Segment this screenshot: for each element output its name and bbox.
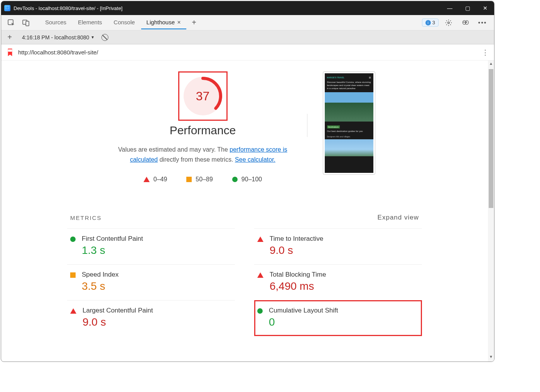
svg-point-6 [464, 22, 464, 22]
page-screenshot-thumbnail[interactable]: MARGIE'S TRAVEL≡ Discover beautiful Cors… [323, 71, 375, 175]
metric-name: Largest Contentful Paint [83, 307, 153, 314]
preview-tag: Destinations [327, 125, 340, 128]
issues-count: 3 [432, 20, 435, 25]
metric-value: 3.5 s [82, 280, 118, 292]
legend-fail-label: 0–49 [154, 176, 167, 183]
dropdown-caret-icon: ▼ [91, 35, 94, 39]
scroll-down-icon[interactable]: ▼ [488, 355, 494, 361]
more-options-icon[interactable]: ••• [476, 17, 489, 29]
svg-rect-2 [26, 21, 29, 26]
vertical-scrollbar[interactable]: ▲ ▼ [488, 61, 494, 362]
feedback-icon[interactable] [459, 17, 472, 29]
legend-avg-label: 50–89 [196, 176, 213, 183]
metric-largest-contentful-paint[interactable]: Largest Contentful Paint9.0 s [67, 300, 235, 336]
scrollbar-thumb[interactable] [489, 69, 493, 208]
status-indicator-icon [257, 272, 263, 278]
circle-icon [232, 177, 238, 182]
vertical-divider [307, 114, 307, 137]
url-bar: http://localhost:8080/travel-site/ ⋮ [1, 44, 494, 61]
metric-name: Speed Index [82, 271, 118, 279]
preview-image-2 [325, 139, 373, 156]
legend-pass-label: 90–100 [241, 176, 262, 183]
legend-average: 50–89 [186, 176, 213, 183]
performance-score: 37 [196, 89, 210, 103]
close-tab-icon[interactable]: ✕ [177, 20, 181, 25]
metric-speed-index[interactable]: Speed Index3.5 s [67, 264, 235, 300]
tabbar: Sources Elements Console Lighthouse ✕ + … [1, 15, 494, 30]
tab-sources-label: Sources [45, 19, 66, 25]
more-tabs-button[interactable]: + [187, 17, 201, 29]
close-button[interactable]: ✕ [476, 1, 494, 15]
hamburger-icon: ≡ [369, 76, 371, 79]
inspect-element-icon[interactable] [4, 17, 18, 29]
metric-value: 9.0 s [83, 316, 153, 328]
devtools-app-icon [4, 5, 10, 11]
metric-value: 0 [269, 316, 338, 328]
report-menu-icon[interactable]: ⋮ [482, 51, 489, 54]
metrics-section: METRICS Expand view First Contentful Pai… [67, 214, 422, 336]
preview-brand: MARGIE'S TRAVEL [327, 76, 345, 79]
tab-console-label: Console [114, 19, 135, 25]
preview-subheading: Our best destination guides for you [327, 130, 371, 132]
tab-console[interactable]: Console [108, 16, 140, 29]
status-indicator-icon [70, 237, 76, 242]
settings-icon[interactable] [442, 17, 456, 29]
tab-lighthouse-label: Lighthouse [147, 19, 175, 25]
titlebar: DevTools - localhost:8080/travel-site/ -… [1, 1, 494, 15]
desc-mid: directly from these metrics. [158, 156, 235, 163]
clear-icon[interactable] [101, 34, 108, 41]
metric-name: Total Blocking Time [270, 271, 326, 279]
expand-view-button[interactable]: Expand view [378, 214, 419, 221]
issue-dot-icon: i [425, 20, 431, 25]
metric-cumulative-layout-shift[interactable]: Cumulative Layout Shift0 [254, 300, 422, 336]
performance-summary: 37 Performance Values are estimated and … [114, 71, 292, 183]
metric-value: 9.0 s [270, 244, 323, 257]
metric-total-blocking-time[interactable]: Total Blocking Time6,490 ms [254, 264, 422, 300]
minimize-button[interactable]: — [441, 1, 459, 15]
report-dropdown[interactable]: 4:16:18 PM - localhost:8080 ▼ [19, 33, 98, 42]
window-controls: — ▢ ✕ [441, 1, 494, 15]
report-url: http://localhost:8080/travel-site/ [18, 49, 477, 56]
status-indicator-icon [257, 308, 263, 314]
tab-elements[interactable]: Elements [73, 16, 108, 29]
window-title: DevTools - localhost:8080/travel-site/ -… [14, 5, 441, 11]
scroll-up-icon[interactable]: ▲ [488, 61, 494, 68]
metric-name: Cumulative Layout Shift [269, 307, 338, 314]
status-indicator-icon [257, 237, 263, 242]
performance-description: Values are estimated and may vary. The p… [114, 145, 292, 164]
metric-first-contentful-paint[interactable]: First Contentful Paint1.3 s [67, 228, 235, 264]
preview-hero-text: Discover beautiful Corsica, where stunni… [327, 81, 371, 90]
report-label: 4:16:18 PM - localhost:8080 [22, 34, 89, 41]
desc-prefix: Values are estimated and may vary. The [118, 146, 230, 153]
new-report-button[interactable]: + [4, 33, 15, 42]
device-emulation-icon[interactable] [19, 17, 33, 29]
tab-elements-label: Elements [78, 19, 102, 25]
status-indicator-icon [70, 272, 76, 278]
status-indicator-icon [70, 308, 76, 314]
report-content: 37 Performance Values are estimated and … [1, 61, 488, 362]
preview-hero-image [325, 92, 373, 122]
legend-pass: 90–100 [232, 176, 262, 183]
lighthouse-icon [7, 49, 14, 56]
devtools-window: DevTools - localhost:8080/travel-site/ -… [1, 1, 494, 362]
svg-point-7 [466, 22, 467, 22]
snapshot-bar: + 4:16:18 PM - localhost:8080 ▼ [1, 30, 494, 44]
performance-heading: Performance [114, 124, 292, 137]
triangle-icon [143, 177, 150, 182]
metric-name: First Contentful Paint [82, 235, 143, 243]
tab-sources[interactable]: Sources [40, 16, 72, 29]
issues-badge[interactable]: i 3 [422, 19, 439, 27]
legend-fail: 0–49 [143, 176, 167, 183]
square-icon [186, 177, 192, 182]
metric-value: 1.3 s [82, 244, 143, 257]
calculator-link[interactable]: See calculator. [235, 156, 275, 163]
score-legend: 0–49 50–89 90–100 [114, 176, 292, 183]
performance-gauge[interactable]: 37 [178, 71, 228, 121]
svg-point-3 [448, 22, 450, 24]
maximize-button[interactable]: ▢ [459, 1, 476, 15]
metric-time-to-interactive[interactable]: Time to Interactive9.0 s [254, 228, 422, 264]
metric-value: 6,490 ms [270, 280, 326, 292]
tab-lighthouse[interactable]: Lighthouse ✕ [141, 16, 186, 29]
metric-name: Time to Interactive [270, 235, 323, 243]
metrics-heading: METRICS [70, 215, 102, 221]
